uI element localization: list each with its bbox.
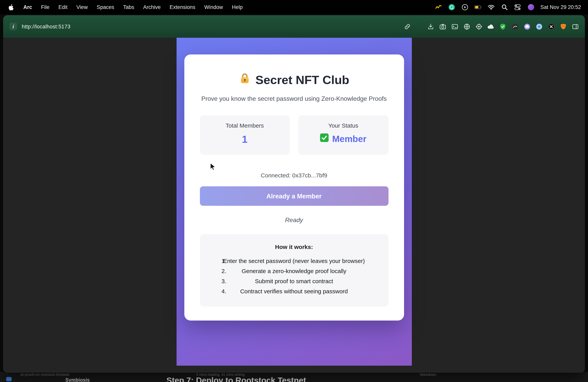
x-circle-icon[interactable]: [547, 23, 555, 30]
screen: Arc File Edit View Spaces Tabs Archive E…: [0, 0, 588, 382]
menu-item-edit[interactable]: Edit: [59, 4, 68, 10]
wifi-icon[interactable]: [487, 3, 495, 11]
menu-item-help[interactable]: Help: [232, 4, 243, 10]
menu-item-window[interactable]: Window: [204, 4, 223, 10]
menu-item-extensions[interactable]: Extensions: [169, 4, 195, 10]
apple-menu-icon[interactable]: [7, 3, 14, 11]
profile-icon[interactable]: [527, 3, 535, 11]
sidebar-toggle-icon[interactable]: [572, 23, 579, 30]
menu-item-archive[interactable]: Archive: [143, 4, 161, 10]
page-title: Secret NFT Club: [200, 72, 388, 87]
grammarly-icon[interactable]: [448, 3, 455, 11]
control-center-icon[interactable]: [514, 3, 521, 11]
background-tab-label[interactable]: Symbiosis: [65, 377, 90, 382]
total-members-stat: Total Members 1: [200, 115, 290, 155]
stats-row: Total Members 1 Your Status Member: [200, 115, 388, 155]
metamask-fox-icon[interactable]: [560, 23, 567, 30]
list-item: Enter the secret password (never leaves …: [207, 256, 381, 266]
menu-item-arc[interactable]: Arc: [23, 4, 32, 10]
how-it-works-list: Enter the secret password (never leaves …: [207, 256, 381, 297]
play-circle-icon[interactable]: [461, 3, 468, 11]
list-item: Generate a zero-knowledge proof locally: [207, 266, 381, 276]
status-fragment: zk-proofs-on-rootstock-thirdweb: [20, 373, 69, 377]
desktop: zk-proofs-on-rootstock-thirdweb 5 mins r…: [0, 14, 588, 382]
list-item: Contract verifies without seeing passwor…: [207, 286, 381, 297]
how-it-works-title: How it works:: [207, 244, 381, 250]
pen-icon[interactable]: [511, 23, 518, 30]
menu-item-tabs[interactable]: Tabs: [123, 4, 134, 10]
address-bar[interactable]: http://localhost:5173: [22, 23, 70, 29]
arc-browser-window: i http://localhost:5173: [3, 15, 585, 373]
shield-icon[interactable]: [499, 23, 506, 30]
total-members-value: 1: [203, 133, 287, 146]
blue-extension-icon[interactable]: [536, 23, 543, 30]
site-info-icon[interactable]: i: [9, 22, 17, 30]
your-status-stat: Your Status Member: [298, 115, 388, 155]
menu-item-spaces[interactable]: Spaces: [97, 4, 114, 10]
page-gradient-background: Secret NFT Club Prove you know the secre…: [176, 38, 412, 366]
stocks-icon[interactable]: [435, 3, 442, 11]
background-doc-heading: Step 7: Deploy to Rootstock Testnet: [167, 376, 306, 382]
status-text: Ready: [200, 217, 388, 224]
member-status-text: Member: [332, 134, 366, 144]
background-window[interactable]: zk-proofs-on-rootstock-thirdweb 5 mins r…: [0, 372, 588, 382]
status-fragment: Markdown: [420, 373, 436, 377]
target-icon[interactable]: [475, 23, 482, 30]
macos-menu-bar: Arc File Edit View Spaces Tabs Archive E…: [0, 0, 588, 14]
browser-viewport: Secret NFT Club Prove you know the secre…: [3, 38, 585, 373]
stat-label: Your Status: [301, 122, 385, 129]
menu-item-view[interactable]: View: [76, 4, 88, 10]
member-status-value: Member: [301, 133, 385, 144]
phantom-ghost-icon[interactable]: [524, 23, 530, 30]
battery-icon[interactable]: [474, 3, 482, 11]
menu-bar-clock[interactable]: Sat Nov 29 20:52: [540, 4, 581, 10]
secret-nft-club-card: Secret NFT Club Prove you know the secre…: [184, 54, 404, 320]
page-title-text: Secret NFT Club: [255, 73, 349, 87]
already-member-button[interactable]: Already a Member: [200, 186, 388, 206]
list-item: Submit proof to smart contract: [207, 276, 381, 286]
link-icon[interactable]: [404, 23, 411, 30]
menu-item-file[interactable]: File: [41, 4, 50, 10]
lock-emoji-icon: [239, 72, 251, 87]
browser-toolbar: i http://localhost:5173: [3, 15, 585, 38]
cloud-icon[interactable]: [487, 23, 494, 30]
how-it-works-box: How it works: Enter the secret password …: [200, 234, 388, 307]
stat-label: Total Members: [203, 122, 287, 129]
camera-icon[interactable]: [439, 23, 446, 30]
green-check-icon: [320, 133, 329, 144]
terminal-icon[interactable]: [451, 23, 458, 30]
page-subtitle: Prove you know the secret password using…: [200, 95, 388, 102]
document-icon: [6, 377, 12, 381]
search-icon[interactable]: [501, 3, 508, 11]
connected-wallet-text: Connected: 0x37cb...7bf9: [200, 172, 388, 179]
globe-icon[interactable]: [463, 23, 470, 30]
download-icon[interactable]: [427, 23, 434, 30]
